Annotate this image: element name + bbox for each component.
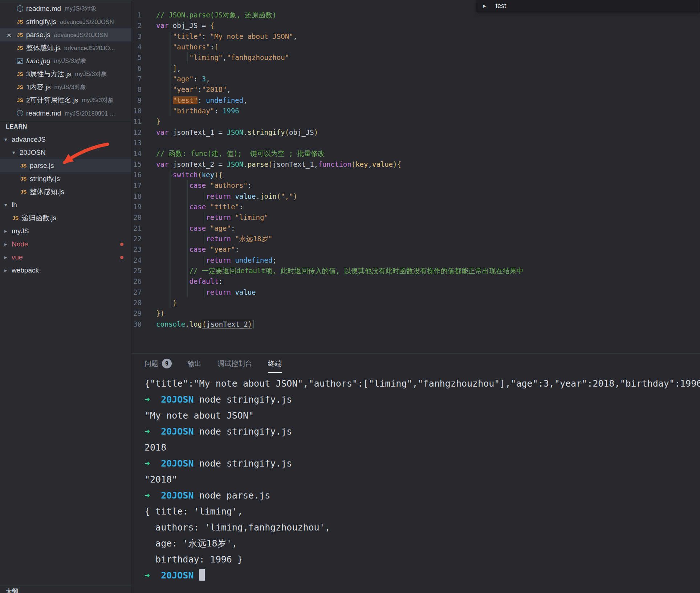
terminal-text: age: '永远18岁',: [145, 538, 237, 549]
js-file-icon: JS: [15, 97, 25, 103]
tree-file-递归函数.js[interactable]: JS递归函数.js: [0, 211, 131, 225]
open-editor-2可计算属性名.js[interactable]: JS2可计算属性名.jsmyJS/3对象: [0, 94, 131, 107]
panel-tab-debug-console[interactable]: 调试控制台: [217, 359, 252, 373]
code-line-14[interactable]: 14// 函数: func(建, 值); 键可以为空 ; 批量修改: [132, 148, 700, 159]
indent-guide: [171, 276, 171, 287]
code-line-2[interactable]: 2var obj_JS = {: [132, 20, 700, 31]
text-cursor: [253, 320, 253, 328]
code-line-4[interactable]: 4 "authors":[: [132, 42, 700, 52]
terminal-output[interactable]: {"title":"My note about JSON","authors":…: [132, 373, 700, 584]
line-number: 10: [132, 106, 156, 116]
code-content[interactable]: 1// JSON.parse(JS对象, 还原函数)2var obj_JS = …: [132, 0, 700, 330]
terminal-text: [150, 394, 161, 405]
file-path: advanceJS/20JOSN: [54, 32, 108, 39]
terminal-text: {"title":"My note about JSON","authors":…: [145, 378, 700, 389]
indent-guide: [171, 63, 171, 74]
code-line-10[interactable]: 10 "birthday": 1996: [132, 106, 700, 116]
tree-folder-webpack[interactable]: ▸webpack: [0, 264, 131, 277]
code-line-18[interactable]: 18 return value.join(","): [132, 191, 700, 202]
code-line-30[interactable]: 30console.log(jsonText_2): [132, 319, 700, 330]
tree-folder-20JOSN[interactable]: ▾20JOSN: [0, 146, 131, 159]
tree-item-label: webpack: [12, 266, 39, 274]
modified-dot-icon: [120, 243, 123, 246]
learn-section-header[interactable]: LEARN: [0, 120, 131, 133]
tree-file-整体感知.js[interactable]: JS整体感知.js: [0, 185, 131, 198]
line-number: 15: [132, 159, 156, 170]
indent-guide: [171, 244, 171, 255]
code-line-12[interactable]: 12var jsonText_1 = JSON.stringify(obj_JS…: [132, 127, 700, 138]
chevron-collapsed-icon[interactable]: ▸: [4, 228, 12, 234]
line-number: 28: [132, 298, 156, 308]
tree-folder-myJS[interactable]: ▸myJS: [0, 225, 131, 238]
code-line-28[interactable]: 28 }: [132, 298, 700, 308]
chevron-collapsed-icon[interactable]: ▸: [4, 254, 12, 261]
code-line-21[interactable]: 21 case "age":: [132, 223, 700, 234]
prompt-directory: 20JOSN: [161, 490, 194, 501]
close-icon[interactable]: ×: [4, 31, 15, 39]
panel-tab-output[interactable]: 输出: [188, 359, 202, 373]
code-line-20[interactable]: 20 return "liming": [132, 212, 700, 223]
open-editor-parse.js[interactable]: ×JSparse.jsadvanceJS/20JOSN: [0, 28, 131, 41]
chevron-collapsed-icon[interactable]: ▸: [4, 241, 12, 247]
open-editor-1内容.js[interactable]: JS1内容.jsmyJS/3对象: [0, 81, 131, 94]
file-path: myJS/3对象: [54, 57, 86, 65]
file-name: 整体感知.js: [26, 43, 61, 53]
code-line-17[interactable]: 17 case "authors":: [132, 180, 700, 191]
find-match-highlight: "test": [173, 96, 198, 104]
code-line-15[interactable]: 15var jsonText_2 = JSON.parse(jsonText_1…: [132, 159, 700, 170]
open-editor-整体感知.js[interactable]: JS整体感知.jsadvanceJS/20JO...: [0, 41, 131, 55]
code-line-16[interactable]: 16 switch(key){: [132, 170, 700, 180]
chevron-collapsed-icon[interactable]: ▸: [4, 267, 12, 274]
code-line-29[interactable]: 29}): [132, 308, 700, 319]
open-editor-readme.md[interactable]: ⓘreadme.mdmyJS/3对象: [0, 2, 131, 15]
code-line-24[interactable]: 24 return undefined;: [132, 255, 700, 266]
line-number: 26: [132, 276, 156, 287]
open-editor-3属性与方法.js[interactable]: JS3属性与方法.jsmyJS/3对象: [0, 68, 131, 81]
code-line-5[interactable]: 5 "liming","fanhgzhouzhou": [132, 52, 700, 63]
panel-tab-terminal[interactable]: 终端: [268, 359, 282, 373]
outline-section-header[interactable]: 大纲: [0, 585, 131, 593]
tree-file-parse.js[interactable]: JSparse.js: [0, 159, 131, 172]
code-line-9[interactable]: 9 "test": undefined,: [132, 95, 700, 106]
open-editor-stringify.js[interactable]: JSstringify.jsadvanceJS/20JOSN: [0, 15, 131, 28]
code-line-6[interactable]: 6 ],: [132, 63, 700, 74]
indent-guide: [171, 234, 171, 244]
indent-guide: [171, 84, 171, 95]
line-number: 30: [132, 319, 156, 330]
panel-tab-problems[interactable]: 问题9: [145, 359, 172, 373]
code-line-27[interactable]: 27 return value: [132, 287, 700, 298]
code-line-19[interactable]: 19 case "title":: [132, 202, 700, 212]
code-line-3[interactable]: 3 "title": "My note about JSON",: [132, 31, 700, 42]
terminal-text: [150, 490, 161, 501]
tree-item-label: vue: [12, 253, 23, 261]
tree-folder-vue[interactable]: ▸vue: [0, 251, 131, 264]
tab-label: 终端: [268, 359, 282, 368]
prompt-arrow-icon: ➜: [145, 490, 150, 501]
chevron-expanded-icon[interactable]: ▾: [4, 202, 12, 208]
file-name: func.jpg: [26, 57, 50, 65]
line-number: 11: [132, 116, 156, 127]
code-line-8[interactable]: 8 "year":"2018",: [132, 84, 700, 95]
code-line-13[interactable]: 13: [132, 138, 700, 148]
code-line-22[interactable]: 22 return "永远18岁": [132, 234, 700, 244]
open-editor-func.jpg[interactable]: func.jpgmyJS/3对象: [0, 55, 131, 68]
find-replace-toggle-icon[interactable]: ▸: [483, 2, 486, 10]
chevron-expanded-icon[interactable]: ▾: [12, 149, 20, 156]
chevron-expanded-icon[interactable]: ▾: [4, 136, 12, 143]
code-line-25[interactable]: 25 // 一定要返回default项, 此时返回传入的值, 以便其他没有此时函…: [132, 266, 700, 276]
tree-folder-Node[interactable]: ▸Node: [0, 238, 131, 251]
find-widget[interactable]: ▸ test: [477, 0, 700, 12]
indent-guide: [187, 276, 188, 287]
tree-folder-lh[interactable]: ▾lh: [0, 198, 131, 211]
tree-file-stringify.js[interactable]: JSstringify.js: [0, 172, 131, 185]
tree-folder-advanceJS[interactable]: ▾advanceJS: [0, 133, 131, 146]
open-editor-readme.md[interactable]: ⓘreadme.mdmyJS/20180901-...: [0, 107, 131, 120]
terminal-text: [150, 426, 161, 437]
code-line-26[interactable]: 26 default:: [132, 276, 700, 287]
code-line-11[interactable]: 11}: [132, 116, 700, 127]
code-line-23[interactable]: 23 case "year":: [132, 244, 700, 255]
code-editor[interactable]: 1// JSON.parse(JS对象, 还原函数)2var obj_JS = …: [132, 0, 700, 353]
find-query-input[interactable]: test: [496, 2, 506, 10]
code-line-7[interactable]: 7 "age": 3,: [132, 74, 700, 84]
line-number: 20: [132, 212, 156, 223]
